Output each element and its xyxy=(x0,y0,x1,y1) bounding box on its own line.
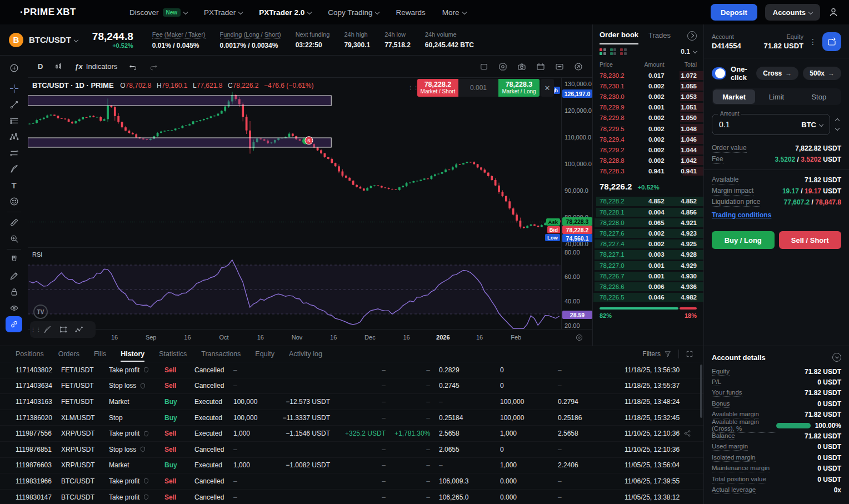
amount-value[interactable]: 0.1 xyxy=(719,120,801,129)
history-row[interactable]: 1171403634FET/USDTStop lossSellCancelled… xyxy=(0,378,703,395)
brush-icon[interactable] xyxy=(6,161,22,177)
order-type-tab-limit[interactable]: Limit xyxy=(755,89,797,104)
rectangle-tool-icon[interactable] xyxy=(57,323,70,336)
pen-tool-icon[interactable] xyxy=(41,323,54,336)
nav-item-more[interactable]: More xyxy=(442,8,466,17)
tab-positions[interactable]: Positions xyxy=(16,346,44,362)
amount-field[interactable]: Amount 0.1 BTC xyxy=(712,114,830,135)
symbol-selector[interactable]: BTC/USDT xyxy=(29,35,78,44)
orderbook-bid-row[interactable]: 78,228.2 4.852 4.852 xyxy=(593,196,703,207)
link-tool-icon[interactable] xyxy=(6,316,22,332)
horizontal-lines-icon[interactable] xyxy=(6,113,22,129)
market-long-button[interactable]: 78,228.3 Market / Long xyxy=(498,79,540,97)
trading-conditions-link[interactable]: Trading conditions xyxy=(712,211,771,219)
tab-transactions[interactable]: Transactions xyxy=(201,346,241,362)
undo-button[interactable] xyxy=(124,59,142,73)
tab-order-book[interactable]: Order book xyxy=(600,31,638,44)
orderbook-ask-row[interactable]: 78,229.9 0.001 1.051 xyxy=(593,102,703,113)
orderbook-bid-row[interactable]: 78,227.1 0.003 4.928 xyxy=(593,249,703,260)
trendline-icon[interactable] xyxy=(6,97,22,113)
drag-handle-icon[interactable]: ⋮⋮ xyxy=(409,79,417,97)
stepper-down-icon[interactable] xyxy=(835,126,840,131)
market-short-button[interactable]: 78,228.2 Market / Short xyxy=(417,79,458,97)
tab-history[interactable]: History xyxy=(121,346,144,362)
collapse-panel-icon[interactable] xyxy=(687,31,697,41)
orderbook-bid-row[interactable]: 78,228.1 0.004 4.856 xyxy=(593,207,703,217)
orderbook-bid-row[interactable]: 78,226.7 0.001 4.930 xyxy=(593,271,703,281)
ruler-icon[interactable] xyxy=(6,214,22,231)
accounts-button[interactable]: Accounts xyxy=(765,4,820,21)
tradingview-logo[interactable]: TV xyxy=(33,305,48,319)
history-row[interactable]: 1119877556XRP/USDTTake profitSellExecute… xyxy=(0,426,703,442)
drag-handle-icon[interactable]: ⋮⋮ xyxy=(33,327,39,332)
tab-statistics[interactable]: Statistics xyxy=(159,346,187,362)
deposit-button[interactable]: Deposit xyxy=(711,4,757,21)
rsi-pane[interactable]: RSI xyxy=(28,247,561,329)
text-icon[interactable]: T xyxy=(6,177,22,193)
orderbook-ask-row[interactable]: 78,228.8 0.002 1.042 xyxy=(593,156,703,166)
chart-style-button[interactable] xyxy=(49,59,68,73)
add-icon[interactable] xyxy=(6,60,22,76)
history-row[interactable]: 1171403802FET/USDTTake profitSellCancell… xyxy=(0,362,703,378)
history-row[interactable]: 1171403163FET/USDTMarketBuyExecuted100,0… xyxy=(0,394,703,410)
orderbook-bid-row[interactable]: 78,226.6 0.006 4.936 xyxy=(593,281,703,292)
scrollbar-thumb[interactable] xyxy=(700,365,702,418)
nav-item-copy-trading[interactable]: Copy Trading xyxy=(328,8,379,17)
order-type-tab-stop[interactable]: Stop xyxy=(798,89,840,104)
orderbook-bid-row[interactable]: 78,226.5 0.046 4.982 xyxy=(593,292,703,303)
orderbook-ask-row[interactable]: 78,230.0 0.002 1.053 xyxy=(593,91,703,102)
history-row[interactable]: 1119876851XRP/USDTStop lossSellCancelled… xyxy=(0,442,703,458)
camera-icon[interactable] xyxy=(517,62,527,72)
share-icon[interactable] xyxy=(683,430,703,437)
polyline-tool-icon[interactable] xyxy=(72,323,86,336)
kebab-menu-icon[interactable]: ⋮ xyxy=(809,37,817,46)
nav-item-rewards[interactable]: Rewards xyxy=(396,8,425,17)
margin-mode-button[interactable]: Cross→ xyxy=(756,67,798,80)
zoom-in-icon[interactable] xyxy=(6,231,22,247)
drawing-lock-icon[interactable] xyxy=(6,268,22,284)
tab-orders[interactable]: Orders xyxy=(58,346,79,362)
magnet-icon[interactable] xyxy=(6,252,22,268)
candlestick-pane[interactable]: BTC/USDT · 1D · PRIME O78,702.8 H79,160.… xyxy=(28,78,561,247)
crosshair-icon[interactable] xyxy=(6,81,22,97)
transfer-funds-button[interactable] xyxy=(822,32,841,51)
orderbook-bid-row[interactable]: 78,228.0 0.065 4.921 xyxy=(593,217,703,228)
ob-bids-view-icon[interactable] xyxy=(610,48,617,55)
xabcd-pattern-icon[interactable] xyxy=(6,129,22,145)
lock-icon[interactable] xyxy=(6,284,22,300)
orderbook-bid-row[interactable]: 78,227.4 0.002 4.925 xyxy=(593,239,703,249)
tab-trades[interactable]: Trades xyxy=(648,31,671,44)
alert-icon[interactable] xyxy=(498,62,508,72)
history-row[interactable]: 1119831966BTC/USDTTake profitSellCancell… xyxy=(0,473,703,490)
nav-item-pxtrader[interactable]: PXTrader xyxy=(204,8,242,17)
primexbt-logo[interactable]: ·PRIMEXBT xyxy=(20,7,76,18)
tab-fills[interactable]: Fills xyxy=(94,346,106,362)
orderbook-ask-row[interactable]: 78,229.4 0.002 1.046 xyxy=(593,134,703,144)
one-click-toggle[interactable] xyxy=(712,67,726,79)
orderbook-ask-row[interactable]: 78,229.8 0.002 1.050 xyxy=(593,113,703,123)
more-options-icon[interactable] xyxy=(555,62,565,72)
hide-drawings-icon[interactable] xyxy=(6,300,22,316)
orderbook-bid-row[interactable]: 78,227.0 0.001 4.929 xyxy=(593,260,703,271)
rsi-label[interactable]: RSI xyxy=(32,251,42,258)
filters-button[interactable]: Filters xyxy=(642,350,672,358)
buy-long-button[interactable]: Buy / Long xyxy=(712,231,775,249)
orderbook-ask-row[interactable]: 78,228.3 0.941 0.941 xyxy=(593,166,703,177)
ob-combined-view-icon[interactable] xyxy=(600,48,606,55)
expand-panel-icon[interactable] xyxy=(686,350,693,358)
order-qty-box[interactable]: 0.001 xyxy=(458,79,498,97)
stepper-up-icon[interactable] xyxy=(835,118,840,123)
redo-button[interactable] xyxy=(144,59,163,73)
indicators-button[interactable]: ƒxIndicators xyxy=(70,60,122,73)
currency-dropdown[interactable]: BTC xyxy=(801,121,823,129)
publish-icon[interactable] xyxy=(573,62,583,72)
grouping-dropdown[interactable]: 0.1 xyxy=(681,48,697,56)
nav-item-discover[interactable]: DiscoverNew xyxy=(129,8,187,17)
leverage-button[interactable]: 500x→ xyxy=(803,67,841,80)
legend-symbol[interactable]: BTC/USDT · 1D · PRIME xyxy=(32,81,114,89)
sell-short-button[interactable]: Sell / Short xyxy=(779,231,842,249)
orderbook-ask-row[interactable]: 78,230.1 0.002 1.055 xyxy=(593,81,703,91)
orderbook-ask-row[interactable]: 78,229.2 0.002 1.044 xyxy=(593,144,703,155)
nav-item-pxtrader-2-0[interactable]: PXTrader 2.0 xyxy=(259,8,311,17)
tab-activity-log[interactable]: Activity log xyxy=(289,346,322,362)
